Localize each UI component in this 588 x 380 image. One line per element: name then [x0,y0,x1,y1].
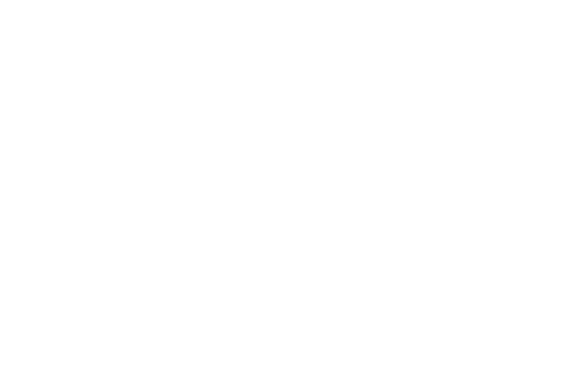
tree-diagram [0,0,588,380]
